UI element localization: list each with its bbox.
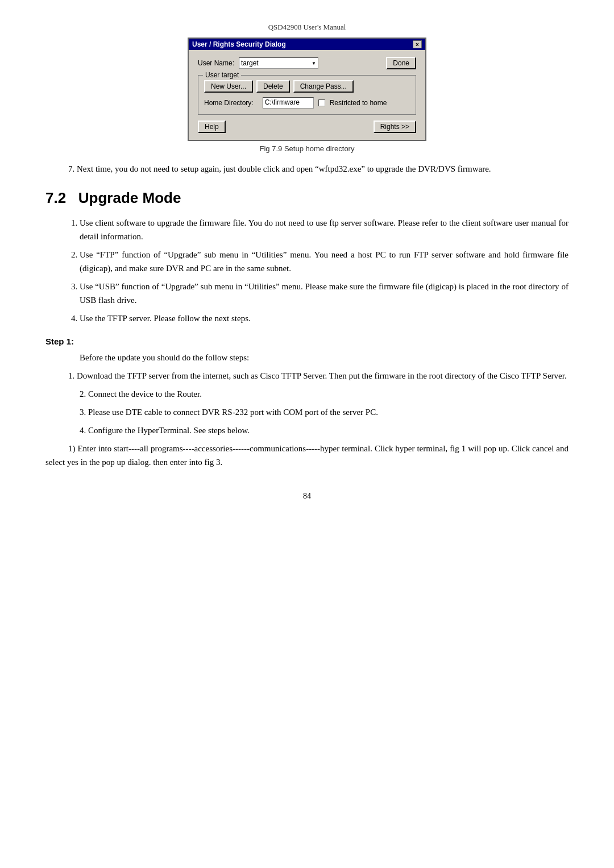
restricted-checkbox[interactable] [318,99,325,106]
dialog-box: User / Rights Security Dialog × User Nam… [188,38,426,141]
user-target-group: User target New User... Delete Change Pa… [198,75,416,115]
list-item: Use client software to upgrade the firmw… [80,216,569,243]
restricted-label: Restricted to home [330,99,387,107]
dialog-titlebar: User / Rights Security Dialog × [189,39,425,50]
group-legend: User target [203,71,241,79]
step1-step3: 3. Please use DTE cable to connect DVR R… [80,405,569,419]
doc-content: 7. Next time, you do not need to setup a… [45,162,569,469]
step1-heading: Step 1: [45,337,569,346]
username-row: User Name: target ▼ Done [198,57,416,69]
page-header: QSD42908 User's Manual [45,23,569,32]
section-heading: 7.2 Upgrade Mode [45,189,569,207]
step1-step2: 2. Connect the device to the Router. [80,387,569,401]
step1-step1: 1. Download the TFTP server from the int… [45,369,569,383]
page-number: 84 [45,492,569,501]
change-pass-button[interactable]: Change Pass... [293,80,354,93]
username-value: target [241,59,259,67]
paragraph-7: 7. Next time, you do not need to setup a… [45,162,569,176]
username-label: User Name: [198,59,234,67]
step1-note: 1) Enter into start----all programs----a… [45,442,569,469]
dialog-close-button[interactable]: × [413,40,422,48]
home-dir-input[interactable]: C:\firmware [263,97,314,109]
rights-button[interactable]: Rights >> [374,121,416,133]
done-button[interactable]: Done [386,57,416,69]
fig-caption: Fig 7.9 Setup home directory [260,144,355,153]
dialog-wrapper: User / Rights Security Dialog × User Nam… [45,38,569,153]
dropdown-arrow-icon: ▼ [312,61,316,66]
step1-step4: 4. Configure the HyperTerminal. See step… [80,423,569,437]
home-dir-row: Home Directory: C:\firmware Restricted t… [204,97,410,109]
username-dropdown[interactable]: target ▼ [239,57,318,69]
dialog-title: User / Rights Security Dialog [192,40,286,48]
list-item: Use the TFTP server. Please follow the n… [80,312,569,325]
upgrade-list: Use client software to upgrade the firmw… [80,216,569,325]
dialog-bottom-row: Help Rights >> [198,121,416,133]
list-item: Use “USB” function of “Upgrade” sub menu… [80,280,569,307]
help-button[interactable]: Help [198,121,226,133]
new-user-button[interactable]: New User... [204,80,253,93]
dialog-body: User Name: target ▼ Done User target New… [189,50,425,140]
group-buttons-row: New User... Delete Change Pass... [204,80,410,93]
delete-button[interactable]: Delete [256,80,290,93]
home-dir-label: Home Directory: [204,99,254,107]
header-title: QSD42908 User's Manual [268,23,346,31]
step1-intro: Before the update you should do the foll… [80,351,569,364]
list-item: Use “FTP” function of “Upgrade” sub menu… [80,248,569,275]
